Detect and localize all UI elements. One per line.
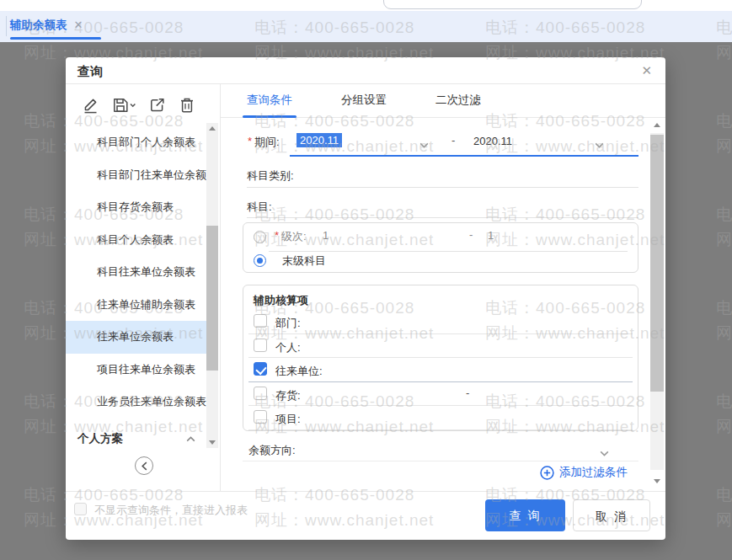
level-separator: - bbox=[469, 228, 473, 241]
level-option-box: * 级次: 1 - 1 末级科目 bbox=[243, 222, 638, 273]
report-list: 科目部门个人余额表科目部门往来单位余额表科目存货余额表科目个人余额表科目往来单位… bbox=[66, 126, 207, 419]
aux-row: 存货:- bbox=[243, 382, 638, 407]
dialog-footer: 不显示查询条件，直接进入报表 查 询 取 消 bbox=[66, 491, 665, 539]
browser-address-input[interactable] bbox=[383, 0, 642, 9]
close-icon[interactable]: ✕ bbox=[641, 63, 652, 78]
aux-item-label: 存货: bbox=[275, 388, 301, 403]
add-filter-link[interactable]: 添加过滤条件 bbox=[540, 465, 628, 480]
sidebar-item[interactable]: 科目往来单位余额表 bbox=[66, 256, 207, 289]
sidebar-scrollbar[interactable] bbox=[206, 123, 218, 448]
sidebar-item[interactable]: 科目部门个人余额表 bbox=[66, 126, 207, 159]
delete-icon[interactable] bbox=[179, 97, 195, 114]
edit-icon[interactable] bbox=[83, 97, 99, 114]
level-radio[interactable] bbox=[254, 231, 266, 243]
chevron-left-icon bbox=[141, 461, 148, 471]
query-button[interactable]: 查 询 bbox=[485, 499, 565, 531]
personal-scheme-label: 个人方案 bbox=[77, 431, 123, 446]
skip-query-checkbox[interactable] bbox=[74, 503, 87, 515]
scroll-up-icon[interactable] bbox=[209, 126, 216, 131]
range-separator: - bbox=[466, 387, 469, 399]
cancel-button[interactable]: 取 消 bbox=[573, 499, 650, 531]
sidebar-item[interactable]: 往来单位余额表 bbox=[66, 321, 207, 354]
aux-item-label: 部门: bbox=[275, 316, 301, 331]
sidebar-item[interactable]: 往来单位辅助余额表 bbox=[66, 289, 207, 322]
sidebar-item[interactable]: 科目部门往来单位余额表 bbox=[66, 159, 207, 192]
chevron-down-icon[interactable] bbox=[600, 446, 609, 459]
level-field-underline bbox=[269, 251, 628, 252]
required-mark: * bbox=[275, 229, 279, 242]
scheme-toolbar bbox=[66, 91, 221, 120]
checkbox-unchecked[interactable] bbox=[254, 387, 267, 400]
chevron-down-icon[interactable] bbox=[419, 138, 429, 151]
scroll-down-icon[interactable] bbox=[209, 440, 216, 445]
period-row: * 期间: 2020.11 - 2020.11 bbox=[221, 130, 665, 155]
aux-field-underline bbox=[248, 429, 633, 430]
checkbox-checked[interactable] bbox=[254, 362, 267, 376]
subject-category-field[interactable] bbox=[247, 187, 638, 188]
collapse-sidebar-button[interactable] bbox=[135, 456, 153, 475]
form-scrollbar[interactable] bbox=[650, 121, 664, 483]
scroll-up-icon[interactable] bbox=[654, 123, 660, 127]
period-field-underline bbox=[290, 155, 638, 157]
aux-item-label: 个人: bbox=[275, 340, 301, 355]
aux-checkbox-list: 部门:个人:往来单位:存货:-项目: bbox=[243, 310, 638, 430]
aux-accounting-box: 辅助核算项 部门:个人:往来单位:存货:-项目: bbox=[243, 285, 638, 431]
level-label: 级次: bbox=[281, 229, 307, 244]
tab-label: 辅助余额表 bbox=[10, 18, 67, 33]
aux-row: 往来单位: bbox=[243, 358, 638, 382]
period-from-select[interactable]: 2020.11 bbox=[297, 133, 342, 147]
balance-direction-field[interactable] bbox=[243, 461, 638, 461]
save-icon[interactable] bbox=[112, 97, 136, 114]
aux-item-label: 往来单位: bbox=[275, 364, 323, 379]
query-form: * 期间: 2020.11 - 2020.11 科目类别: 科目: bbox=[221, 118, 665, 491]
tabbar-divider bbox=[6, 16, 7, 36]
close-icon[interactable]: ✕ bbox=[74, 19, 83, 31]
active-tab-underline bbox=[10, 37, 101, 40]
personal-scheme-section[interactable]: 个人方案 bbox=[77, 429, 195, 448]
period-label: 期间: bbox=[254, 135, 280, 150]
skip-query-label: 不显示查询条件，直接进入报表 bbox=[94, 503, 248, 518]
scroll-down-icon[interactable] bbox=[654, 479, 660, 483]
top-strip bbox=[0, 0, 732, 11]
add-filter-label: 添加过滤条件 bbox=[559, 465, 628, 480]
aux-box-title: 辅助核算项 bbox=[254, 293, 308, 308]
sidebar-item[interactable]: 项目往来单位余额表 bbox=[66, 354, 207, 387]
query-pane: 查询条件分组设置二次过滤 * 期间: 2020.11 - 2020.11 bbox=[221, 84, 665, 491]
required-mark: * bbox=[248, 135, 252, 147]
level-to-field[interactable]: 1 bbox=[488, 229, 494, 242]
aux-row: 部门: bbox=[243, 310, 638, 334]
tab-aux-balance-table[interactable]: 辅助余额表 ✕ bbox=[10, 11, 83, 39]
dialog-tab[interactable]: 分组设置 bbox=[341, 84, 387, 118]
scrollbar-thumb[interactable] bbox=[650, 135, 664, 392]
dialog-header: 查询 ✕ bbox=[66, 57, 665, 84]
checkbox-unchecked[interactable] bbox=[254, 339, 267, 352]
subject-field[interactable] bbox=[247, 217, 638, 218]
sidebar-item[interactable]: 科目存货余额表 bbox=[66, 191, 207, 224]
sidebar-item[interactable]: 业务员往来单位余额表 bbox=[66, 386, 207, 419]
subject-label: 科目: bbox=[247, 200, 272, 215]
leaf-subject-radio[interactable] bbox=[254, 254, 266, 267]
plus-circle-icon bbox=[540, 466, 554, 480]
checkbox-unchecked[interactable] bbox=[254, 410, 267, 424]
dialog-title: 查询 bbox=[77, 64, 103, 80]
chevron-up-icon bbox=[186, 436, 195, 442]
checkbox-unchecked[interactable] bbox=[254, 314, 267, 328]
export-icon[interactable] bbox=[149, 97, 166, 114]
report-sidebar: 科目部门个人余额表科目部门往来单位余额表科目存货余额表科目个人余额表科目往来单位… bbox=[66, 84, 221, 491]
aux-row: 个人: bbox=[243, 334, 638, 359]
aux-item-label: 项目: bbox=[275, 412, 301, 427]
level-from-field[interactable]: 1 bbox=[323, 229, 329, 242]
leaf-subject-label: 末级科目 bbox=[282, 253, 326, 269]
query-dialog: 查询 ✕ bbox=[66, 57, 665, 540]
sidebar-item[interactable]: 科目个人余额表 bbox=[66, 224, 207, 257]
dialog-tab[interactable]: 查询条件 bbox=[247, 84, 292, 118]
balance-direction-label: 余额方向: bbox=[248, 443, 296, 458]
aux-row: 项目: bbox=[243, 406, 638, 430]
dialog-tab[interactable]: 二次过滤 bbox=[435, 84, 481, 118]
scrollbar-thumb[interactable] bbox=[206, 226, 218, 371]
document-tabbar: 辅助余额表 ✕ bbox=[0, 11, 732, 42]
period-separator: - bbox=[451, 134, 455, 147]
chevron-down-icon[interactable] bbox=[595, 138, 604, 151]
period-to-select[interactable]: 2020.11 bbox=[473, 135, 512, 147]
subject-category-label: 科目类别: bbox=[247, 168, 294, 184]
